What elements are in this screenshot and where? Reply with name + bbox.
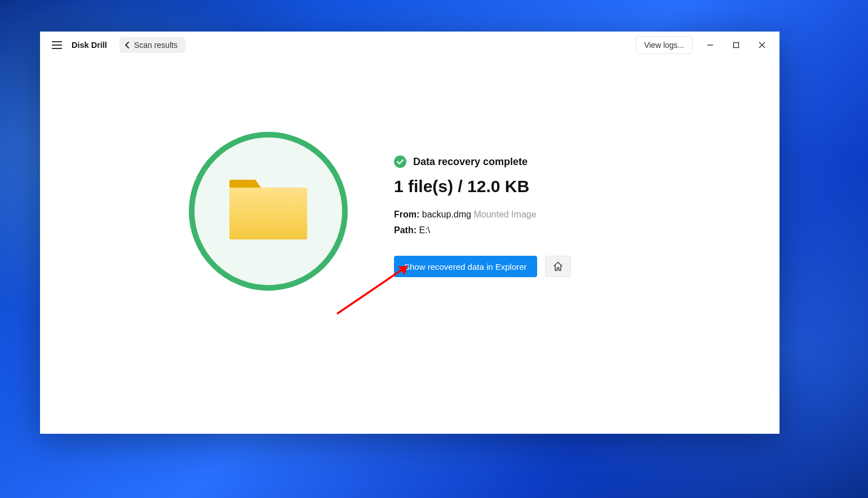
breadcrumb-label: Scan results xyxy=(134,41,178,50)
path-label: Path: xyxy=(394,225,417,235)
close-button[interactable] xyxy=(749,36,775,54)
app-window: Disk Drill Scan results View logs... xyxy=(40,32,780,434)
chevron-left-icon xyxy=(125,42,130,48)
window-controls xyxy=(697,36,775,54)
path-value: E:\ xyxy=(419,225,430,235)
folder-illustration xyxy=(189,132,348,291)
svg-rect-8 xyxy=(229,188,307,239)
from-suffix: Mounted Image xyxy=(473,210,536,219)
hamburger-icon xyxy=(52,41,62,49)
checkmark-circle-icon xyxy=(394,155,406,168)
svg-point-9 xyxy=(394,155,406,168)
path-line: Path: E:\ xyxy=(394,225,631,235)
content-area: Data recovery complete 1 file(s) / 12.0 … xyxy=(40,59,780,434)
app-title: Disk Drill xyxy=(72,41,107,50)
breadcrumb-scan-results[interactable]: Scan results xyxy=(119,37,185,53)
status-row: Data recovery complete xyxy=(394,155,631,168)
from-value: backup.dmg xyxy=(422,210,471,219)
button-row: Show recovered data in Explorer xyxy=(394,256,631,277)
home-icon xyxy=(553,261,563,272)
show-in-explorer-button[interactable]: Show recovered data in Explorer xyxy=(394,256,537,277)
svg-rect-4 xyxy=(734,42,739,47)
close-icon xyxy=(759,42,765,48)
maximize-button[interactable] xyxy=(723,36,749,54)
maximize-icon xyxy=(733,42,739,48)
folder-icon xyxy=(226,177,311,245)
home-button[interactable] xyxy=(545,256,571,277)
titlebar: Disk Drill Scan results View logs... xyxy=(40,32,780,59)
from-line: From: backup.dmg Mounted Image xyxy=(394,210,631,220)
view-logs-button[interactable]: View logs... xyxy=(636,36,693,54)
from-label: From: xyxy=(394,210,419,219)
minimize-button[interactable] xyxy=(697,36,723,54)
minimize-icon xyxy=(707,42,714,48)
menu-button[interactable] xyxy=(48,36,66,54)
details-column: Data recovery complete 1 file(s) / 12.0 … xyxy=(394,132,631,277)
result-summary: 1 file(s) / 12.0 KB xyxy=(394,177,631,196)
status-text: Data recovery complete xyxy=(413,156,528,168)
